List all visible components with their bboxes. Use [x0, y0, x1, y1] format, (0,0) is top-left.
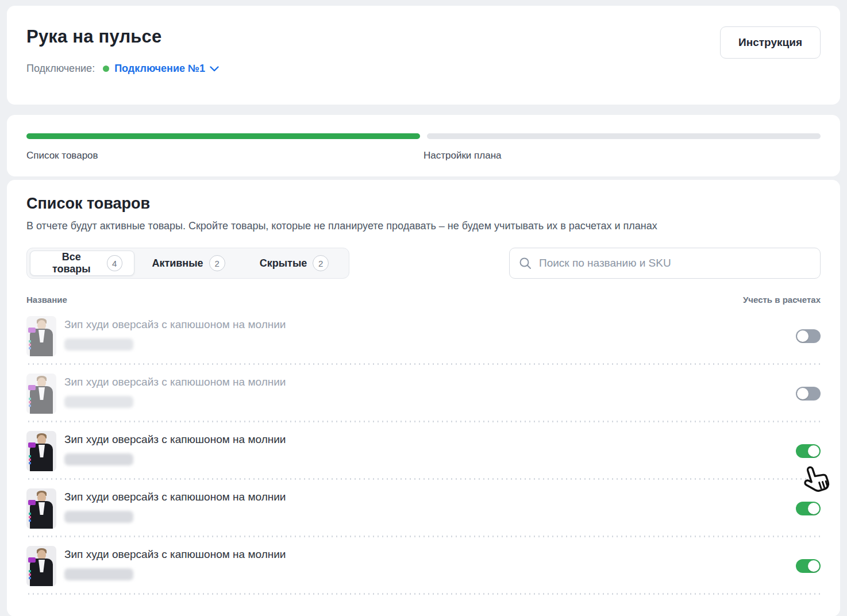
- product-title: Зип худи оверсайз с капюшоном на молнии: [64, 491, 286, 503]
- column-header-name: Название: [26, 295, 67, 305]
- product-title: Зип худи оверсайз с капюшоном на молнии: [64, 433, 286, 446]
- section-heading: Список товаров: [26, 195, 821, 213]
- column-header-include: Учесть в расчетах: [743, 295, 821, 305]
- product-thumbnail: [26, 431, 56, 471]
- filter-count-badge: 2: [209, 255, 225, 271]
- filter-tab-label: Все товары: [42, 251, 101, 275]
- instruction-button[interactable]: Инструкция: [720, 26, 821, 59]
- product-row: Зип худи оверсайз с капюшоном на молнии: [26, 422, 821, 480]
- page: Рука на пульсе Инструкция Подключение: П…: [0, 0, 847, 616]
- table-header: Название Учесть в расчетах: [26, 295, 821, 305]
- include-in-calc-toggle[interactable]: [796, 329, 821, 343]
- search-input[interactable]: [539, 257, 811, 270]
- product-row: Зип худи оверсайз с капюшоном на молнии: [26, 537, 821, 595]
- step-label-plan-settings: Настройки плана: [424, 150, 821, 161]
- filter-tabs: Все товары 4 Активные 2 Скрытые 2: [26, 248, 349, 279]
- include-in-calc-toggle[interactable]: [796, 559, 821, 573]
- filter-count-badge: 4: [107, 255, 122, 271]
- product-row: Зип худи оверсайз с капюшоном на молнии: [26, 480, 821, 537]
- filter-tab-label: Скрытые: [260, 257, 307, 270]
- include-in-calc-toggle[interactable]: [796, 502, 821, 515]
- product-title: Зип худи оверсайз с капюшоном на молнии: [64, 376, 286, 388]
- filter-tab[interactable]: Все товары 4: [30, 251, 134, 276]
- product-info: Зип худи оверсайз с капюшоном на молнии: [64, 431, 286, 465]
- product-info: Зип худи оверсайз с капюшоном на молнии: [64, 374, 286, 408]
- product-thumbnail: [26, 316, 56, 356]
- filter-tab-label: Активные: [152, 257, 203, 270]
- product-list-card: Список товаров В отчете будут активные т…: [7, 180, 840, 616]
- page-title: Рука на пульсе: [26, 26, 821, 47]
- stepper-card: Список товаров Настройки плана: [7, 115, 840, 176]
- filter-tab[interactable]: Активные 2: [137, 251, 240, 276]
- product-sku-blurred: [64, 568, 133, 580]
- product-title: Зип худи оверсайз с капюшоном на молнии: [64, 318, 286, 331]
- filter-tab[interactable]: Скрытые 2: [242, 251, 346, 276]
- step-label-product-list: Список товаров: [26, 150, 424, 161]
- product-sku-blurred: [64, 338, 133, 351]
- product-info: Зип худи оверсайз с капюшоном на молнии: [64, 488, 286, 523]
- step-labels: Список товаров Настройки плана: [26, 150, 821, 161]
- product-sku-blurred: [64, 511, 133, 523]
- controls-row: Все товары 4 Активные 2 Скрытые 2: [26, 248, 821, 279]
- product-info: Зип худи оверсайз с капюшоном на молнии: [64, 316, 286, 351]
- connection-label: Подключение:: [26, 63, 95, 75]
- connection-status-dot: [103, 66, 109, 72]
- product-sku-blurred: [64, 396, 133, 408]
- include-in-calc-toggle[interactable]: [796, 444, 821, 458]
- step-bar-plan-settings[interactable]: [427, 133, 821, 139]
- search-icon: [519, 257, 532, 270]
- section-description: В отчете будут активные товары. Скройте …: [26, 220, 821, 232]
- connection-value: Подключение №1: [114, 63, 205, 75]
- product-thumbnail: [26, 488, 56, 529]
- product-thumbnail: [26, 374, 56, 414]
- product-rows: Зип худи оверсайз с капюшоном на молнии …: [26, 307, 821, 595]
- product-sku-blurred: [64, 453, 133, 465]
- search-box: [509, 248, 821, 279]
- include-in-calc-toggle[interactable]: [796, 387, 821, 401]
- product-title: Зип худи оверсайз с капюшоном на молнии: [64, 548, 286, 561]
- chevron-down-icon: [210, 66, 219, 72]
- product-thumbnail: [26, 546, 56, 586]
- connection-select[interactable]: Подключение №1: [114, 63, 219, 75]
- filter-count-badge: 2: [313, 255, 329, 271]
- step-bars: [26, 133, 821, 139]
- product-row: Зип худи оверсайз с капюшоном на молнии: [26, 365, 821, 422]
- connection-row: Подключение: Подключение №1: [26, 63, 821, 75]
- product-info: Зип худи оверсайз с капюшоном на молнии: [64, 546, 286, 580]
- product-row: Зип худи оверсайз с капюшоном на молнии: [26, 307, 821, 365]
- header-card: Рука на пульсе Инструкция Подключение: П…: [7, 6, 840, 105]
- step-bar-product-list[interactable]: [26, 133, 420, 139]
